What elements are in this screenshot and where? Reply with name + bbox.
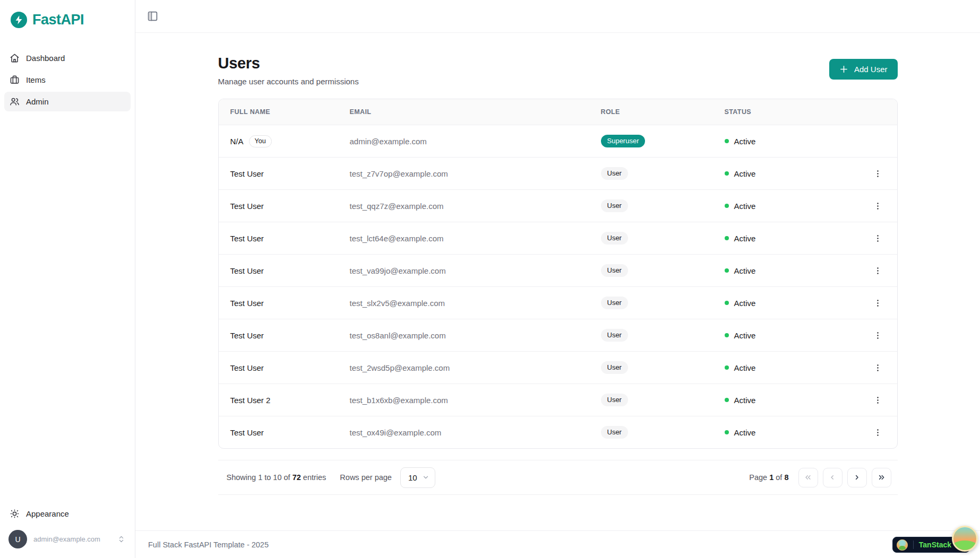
rows-per-page-label: Rows per page: [340, 473, 392, 482]
page-subtitle: Manage user accounts and permissions: [218, 77, 359, 86]
total-pages: 8: [784, 473, 788, 482]
ellipsis-vertical-icon: [873, 202, 882, 211]
page-title: Users: [218, 55, 359, 72]
row-actions-button[interactable]: [870, 263, 886, 278]
ellipsis-vertical-icon: [873, 363, 882, 372]
add-user-label: Add User: [854, 65, 888, 74]
chevrons-up-down-icon: [117, 535, 125, 543]
role-badge: User: [601, 426, 628, 439]
sun-icon: [10, 509, 20, 519]
ellipsis-vertical-icon: [873, 428, 882, 437]
row-actions-button[interactable]: [870, 360, 886, 376]
showing-entries-text: Showing 1 to 10 of 72 entries: [227, 473, 326, 482]
active-status-dot: [725, 268, 729, 273]
role-badge: User: [601, 329, 628, 342]
brand-name: FastAPI: [32, 12, 84, 28]
add-user-button[interactable]: Add User: [829, 59, 898, 80]
entries-total: 72: [293, 473, 301, 482]
previous-page-button[interactable]: [823, 468, 843, 487]
user-full-name: Test User: [230, 202, 264, 211]
user-full-name: Test User: [230, 266, 264, 275]
current-page: 1: [769, 473, 773, 482]
status-label: Active: [734, 331, 756, 340]
row-actions-button[interactable]: [870, 295, 886, 311]
row-actions-button[interactable]: [870, 231, 886, 246]
you-badge: You: [249, 135, 272, 147]
last-page-button[interactable]: [872, 468, 891, 487]
row-actions-button[interactable]: [870, 425, 886, 440]
users-table: Full Name Email Role Status N/A You admi…: [218, 99, 898, 449]
user-email-cell: test_b1x6xb@example.com: [350, 396, 601, 405]
column-header-status: Status: [725, 108, 855, 116]
page-content: Users Manage user accounts and permissio…: [218, 33, 898, 530]
sidebar-nav: Dashboard Items Admin: [0, 32, 135, 111]
user-email-cell: test_va99jo@example.com: [350, 266, 601, 275]
active-status-dot: [725, 236, 729, 240]
tanstack-devtools-toggle[interactable]: [952, 526, 978, 552]
briefcase-icon: [10, 75, 20, 85]
role-badge: User: [601, 297, 628, 309]
table-row: Test User test_slx2v5@example.com User A…: [219, 286, 897, 319]
role-badge: User: [601, 232, 628, 245]
sidebar-item-label: Dashboard: [26, 54, 65, 63]
table-row: Test User 2 test_b1x6xb@example.com User…: [219, 383, 897, 416]
sidebar-toggle-button[interactable]: [145, 8, 160, 24]
table-header-row: Full Name Email Role Status: [219, 99, 897, 125]
sidebar-item-admin[interactable]: Admin: [4, 92, 131, 111]
rows-per-page-select[interactable]: 10: [400, 467, 435, 488]
appearance-button[interactable]: Appearance: [4, 504, 131, 524]
fastapi-bolt-icon: [11, 12, 27, 28]
table-row: N/A You admin@example.com Superuser Acti…: [219, 125, 897, 157]
user-email-cell: admin@example.com: [350, 137, 601, 146]
user-email-cell: test_lct64e@example.com: [350, 234, 601, 243]
table-row: Test User test_ox49i@example.com User Ac…: [219, 416, 897, 448]
sidebar-item-items[interactable]: Items: [4, 70, 131, 90]
active-status-dot: [725, 430, 729, 434]
user-email-cell: test_2wsd5p@example.com: [350, 363, 601, 372]
first-page-button[interactable]: [798, 468, 818, 487]
ellipsis-vertical-icon: [873, 266, 882, 275]
sidebar-item-dashboard[interactable]: Dashboard: [4, 48, 131, 68]
user-menu-button[interactable]: U admin@example.com: [4, 527, 131, 552]
status-label: Active: [734, 137, 756, 146]
role-badge: User: [601, 167, 628, 180]
users-table-body: N/A You admin@example.com Superuser Acti…: [219, 125, 897, 448]
role-badge: Superuser: [601, 135, 646, 147]
user-full-name: Test User: [230, 363, 264, 372]
appearance-label: Appearance: [26, 509, 69, 518]
role-badge: User: [601, 394, 628, 406]
divider: [913, 540, 914, 549]
status-label: Active: [734, 266, 756, 275]
chevrons-right-icon: [877, 473, 886, 482]
user-email-cell: test_os8anl@example.com: [350, 331, 601, 340]
active-status-dot: [725, 139, 729, 143]
ellipsis-vertical-icon: [873, 396, 882, 405]
rows-per-page-value: 10: [408, 473, 417, 482]
role-badge: User: [601, 361, 628, 374]
brand-logo[interactable]: FastAPI: [0, 0, 135, 32]
table-row: Test User test_va99jo@example.com User A…: [219, 254, 897, 286]
table-row: Test User test_z7v7op@example.com User A…: [219, 157, 897, 189]
ellipsis-vertical-icon: [873, 299, 882, 308]
chevron-left-icon: [828, 473, 837, 482]
active-status-dot: [725, 398, 729, 402]
row-actions-button[interactable]: [870, 393, 886, 408]
user-full-name: Test User: [230, 331, 264, 340]
role-badge: User: [601, 264, 628, 277]
user-email-cell: test_ox49i@example.com: [350, 428, 601, 437]
users-icon: [10, 97, 20, 107]
tanstack-label: TanStack: [919, 540, 951, 549]
row-actions-button[interactable]: [870, 166, 886, 181]
row-actions-button[interactable]: [870, 328, 886, 343]
status-label: Active: [734, 396, 756, 405]
status-label: Active: [734, 234, 756, 243]
next-page-button[interactable]: [847, 468, 867, 487]
plus-icon: [839, 65, 848, 74]
table-row: Test User test_2wsd5p@example.com User A…: [219, 351, 897, 383]
user-full-name: Test User: [230, 234, 264, 243]
table-row: Test User test_qqz7z@example.com User Ac…: [219, 189, 897, 222]
column-header-email: Email: [350, 108, 601, 116]
row-actions-button[interactable]: [870, 198, 886, 214]
footer-text: Full Stack FastAPI Template - 2025: [148, 540, 269, 549]
active-status-dot: [725, 365, 729, 370]
